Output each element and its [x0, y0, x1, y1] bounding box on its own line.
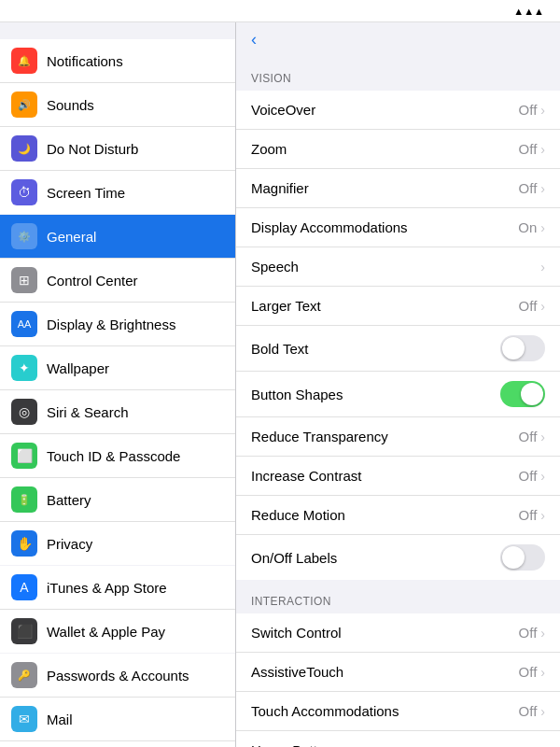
row-label-voiceover: VoiceOver	[251, 102, 519, 118]
settings-row-zoom[interactable]: ZoomOff›	[236, 130, 560, 169]
row-chevron-speech: ›	[540, 260, 545, 275]
row-value-increase-contrast: Off	[519, 468, 538, 484]
sidebar-label-display-brightness: Display & Brightness	[47, 317, 175, 332]
settings-row-increase-contrast[interactable]: Increase ContrastOff›	[236, 457, 560, 496]
sidebar-label-wallpaper: Wallpaper	[47, 360, 109, 376]
settings-row-reduce-motion[interactable]: Reduce MotionOff›	[236, 496, 560, 535]
row-label-reduce-motion: Reduce Motion	[251, 507, 519, 523]
sidebar-item-wallet[interactable]: ⬛Wallet & Apple Pay	[0, 610, 235, 653]
row-label-button-shapes: Button Shapes	[251, 387, 500, 402]
sidebar-label-battery: Battery	[47, 492, 91, 508]
row-label-speech: Speech	[251, 259, 540, 275]
toggle-bold-text[interactable]	[500, 335, 545, 361]
wallet-icon: ⬛	[11, 618, 37, 644]
status-right: ▲▲▲	[513, 6, 549, 17]
row-label-assistivetouch: AssistiveTouch	[251, 664, 519, 680]
sounds-icon: 🔊	[11, 92, 37, 118]
battery-icon: 🔋	[11, 486, 37, 513]
sidebar: 🔔Notifications🔊Sounds🌙Do Not Disturb⏱Scr…	[0, 22, 236, 747]
sidebar-item-itunes[interactable]: AiTunes & App Store	[0, 566, 235, 610]
sidebar-label-wallet: Wallet & Apple Pay	[47, 624, 165, 640]
toggle-button-shapes[interactable]	[500, 381, 545, 407]
row-value-magnifier: Off	[519, 180, 538, 196]
settings-row-display-accommodations[interactable]: Display AccommodationsOn›	[236, 208, 560, 247]
wallpaper-icon: ✦	[11, 355, 37, 381]
toggle-thumb-button-shapes	[521, 383, 543, 405]
row-label-bold-text: Bold Text	[251, 341, 500, 357]
sidebar-label-passwords: Passwords & Accounts	[47, 668, 189, 684]
row-label-display-accommodations: Display Accommodations	[251, 219, 518, 235]
sidebar-label-touch-id: Touch ID & Passcode	[47, 448, 180, 464]
sidebar-item-do-not-disturb[interactable]: 🌙Do Not Disturb	[0, 127, 235, 171]
row-value-display-accommodations: On	[518, 219, 537, 235]
sidebar-label-itunes: iTunes & App Store	[47, 580, 167, 596]
row-label-switch-control: Switch Control	[251, 625, 519, 641]
settings-row-voiceover[interactable]: VoiceOverOff›	[236, 91, 560, 130]
settings-row-assistivetouch[interactable]: AssistiveTouchOff›	[236, 653, 560, 692]
sidebar-item-control-center[interactable]: ⊞Control Center	[0, 259, 235, 303]
settings-row-speech[interactable]: Speech›	[236, 247, 560, 287]
row-value-zoom: Off	[519, 141, 538, 157]
sidebar-item-mail[interactable]: ✉Mail	[0, 698, 235, 741]
toggle-thumb-onoff-labels	[502, 546, 525, 569]
sidebar-label-notifications: Notifications	[47, 53, 123, 69]
row-label-onoff-labels: On/Off Labels	[251, 550, 500, 566]
row-label-zoom: Zoom	[251, 141, 519, 157]
settings-row-bold-text[interactable]: Bold Text	[236, 326, 560, 372]
row-chevron-home-button: ›	[540, 743, 545, 748]
settings-row-larger-text[interactable]: Larger TextOff›	[236, 287, 560, 326]
settings-row-touch-accommodations[interactable]: Touch AccommodationsOff›	[236, 692, 560, 731]
row-label-home-button: Home Button	[251, 742, 540, 747]
row-label-increase-contrast: Increase Contrast	[251, 468, 519, 484]
notifications-icon: 🔔	[11, 48, 37, 74]
row-chevron-reduce-transparency: ›	[540, 430, 545, 444]
control-center-icon: ⊞	[11, 267, 37, 293]
back-button[interactable]: ‹	[251, 30, 260, 49]
sidebar-item-wallpaper[interactable]: ✦Wallpaper	[0, 346, 235, 390]
right-header: ‹	[236, 22, 560, 57]
sidebar-item-notifications[interactable]: 🔔Notifications	[0, 39, 235, 83]
row-chevron-assistivetouch: ›	[540, 665, 545, 680]
row-chevron-touch-accommodations: ›	[540, 704, 545, 719]
row-chevron-voiceover: ›	[540, 103, 545, 118]
sidebar-item-touch-id[interactable]: ⬜Touch ID & Passcode	[0, 434, 235, 478]
row-value-voiceover: Off	[519, 102, 538, 118]
sidebar-label-do-not-disturb: Do Not Disturb	[47, 141, 138, 157]
settings-row-switch-control[interactable]: Switch ControlOff›	[236, 613, 560, 653]
back-chevron-icon: ‹	[251, 30, 257, 49]
sidebar-item-contacts[interactable]: 👤Contacts	[0, 741, 235, 747]
section-header-interaction: INTERACTION	[236, 580, 560, 613]
sidebar-label-control-center: Control Center	[47, 273, 138, 289]
toggle-onoff-labels[interactable]	[500, 544, 545, 571]
sidebar-item-general[interactable]: ⚙️General	[0, 215, 235, 259]
sidebar-item-screen-time[interactable]: ⏱Screen Time	[0, 171, 235, 214]
right-scroll-area: VISIONVoiceOverOff›ZoomOff›MagnifierOff›…	[236, 57, 560, 747]
row-chevron-switch-control: ›	[540, 626, 545, 641]
sidebar-item-siri-search[interactable]: ◎Siri & Search	[0, 390, 235, 434]
sidebar-item-passwords[interactable]: 🔑Passwords & Accounts	[0, 654, 235, 698]
sidebar-label-sounds: Sounds	[47, 97, 94, 113]
settings-row-home-button[interactable]: Home Button›	[236, 731, 560, 747]
settings-row-reduce-transparency[interactable]: Reduce TransparencyOff›	[236, 417, 560, 457]
row-label-touch-accommodations: Touch Accommodations	[251, 703, 519, 719]
sidebar-label-mail: Mail	[47, 712, 73, 727]
row-value-reduce-transparency: Off	[519, 429, 538, 444]
sidebar-item-display-brightness[interactable]: AADisplay & Brightness	[0, 303, 235, 346]
settings-row-magnifier[interactable]: MagnifierOff›	[236, 169, 560, 208]
row-chevron-magnifier: ›	[540, 181, 545, 196]
row-value-touch-accommodations: Off	[519, 703, 538, 719]
settings-group-interaction: Switch ControlOff›AssistiveTouchOff›Touc…	[236, 613, 560, 747]
sidebar-label-siri-search: Siri & Search	[47, 404, 129, 420]
row-value-larger-text: Off	[519, 298, 538, 314]
sidebar-item-sounds[interactable]: 🔊Sounds	[0, 83, 235, 127]
sidebar-label-screen-time: Screen Time	[47, 185, 125, 201]
settings-row-button-shapes[interactable]: Button Shapes	[236, 372, 560, 417]
general-icon: ⚙️	[11, 223, 37, 249]
settings-row-onoff-labels[interactable]: On/Off Labels	[236, 535, 560, 580]
sidebar-item-battery[interactable]: 🔋Battery	[0, 478, 235, 522]
section-header-vision: VISION	[236, 57, 560, 91]
sidebar-item-privacy[interactable]: ✋Privacy	[0, 522, 235, 565]
row-label-reduce-transparency: Reduce Transparency	[251, 429, 519, 444]
settings-group-vision: VoiceOverOff›ZoomOff›MagnifierOff›Displa…	[236, 91, 560, 580]
toggle-thumb-bold-text	[502, 337, 525, 359]
